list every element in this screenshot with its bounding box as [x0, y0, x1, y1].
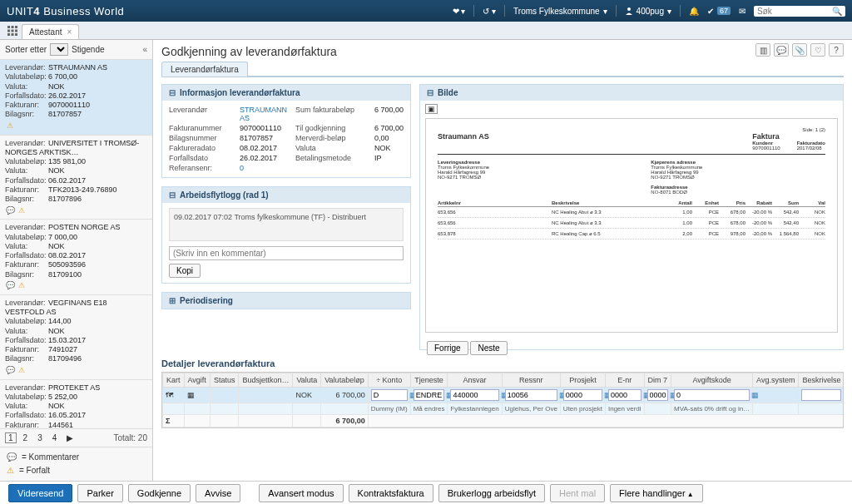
image-next-button[interactable]: Neste — [470, 341, 507, 355]
warning-icon: ⚠ — [17, 366, 27, 376]
subtab-leverandorfaktura[interactable]: Leverandørfaktura — [161, 62, 248, 77]
godkjenne-button[interactable]: Godkjenne — [128, 484, 191, 502]
details-table: KartAvgiftStatusBudsjettkon…ValutaValuta… — [161, 372, 844, 428]
user-menu[interactable]: 400pug ▾ — [625, 7, 671, 16]
org-name: Troms Fylkeskommune — [513, 7, 600, 16]
mail-icon[interactable]: ✉ — [739, 7, 746, 16]
search-input[interactable] — [757, 7, 832, 16]
pager: 1 2 3 4 ▶ Totalt: 20 — [0, 428, 152, 447]
legend-overdue: = Forfalt — [19, 464, 50, 477]
image-prev-button[interactable]: Forrige — [427, 341, 468, 355]
enr-input[interactable] — [608, 389, 641, 401]
sort-order[interactable]: Stigende — [72, 45, 104, 54]
videresend-button[interactable]: Videresend — [8, 484, 72, 502]
invoice-image: Side: 1 (2) Straumann AS Faktura Kundenr… — [425, 118, 838, 333]
collapse-panel-icon[interactable]: « — [142, 45, 147, 54]
flere-handlinger-button[interactable]: Flere handlinger — [610, 484, 703, 502]
tab-attestant[interactable]: Attestant × — [22, 24, 79, 39]
sort-label: Sorter etter — [5, 45, 47, 54]
invoice-list-item[interactable]: Leverandør:VEGFINANS E18 VESTFOLD ASValu… — [0, 295, 152, 380]
page-1[interactable]: 1 — [5, 432, 17, 443]
expand-icon[interactable]: ⊞ — [169, 296, 176, 305]
app-menu-button[interactable] — [3, 22, 22, 39]
tab-close-icon[interactable]: × — [67, 27, 72, 37]
sort-select[interactable] — [50, 43, 68, 56]
page-3[interactable]: 3 — [34, 432, 46, 443]
details-col-header[interactable]: Avgift — [184, 373, 210, 388]
global-search[interactable]: 🔍 — [754, 6, 845, 17]
map-icon[interactable]: 🗺 — [166, 391, 173, 399]
avansert-button[interactable]: Avansert modus — [259, 484, 343, 502]
table-row[interactable]: 🗺 ▦ NOK 6 700,00 ▦ ▦ ▦ ▦ ▦ ▦ ▦ ▦ — [163, 388, 845, 403]
details-col-header[interactable]: Valuta — [293, 373, 321, 388]
details-col-header[interactable]: Prosjekt — [560, 373, 605, 388]
brand-prefix: UNIT — [7, 5, 33, 17]
collapse-icon[interactable]: ⊟ — [169, 88, 176, 97]
details-col-header[interactable]: Tjeneste — [410, 373, 448, 388]
avvise-button[interactable]: Avvise — [196, 484, 240, 502]
warning-icon: ⚠ — [17, 205, 27, 215]
invoice-list-item[interactable]: Leverandør:UNIVERSITET I TROMSØ-NORGES A… — [0, 136, 152, 220]
details-col-header[interactable]: Valutabeløp — [321, 373, 368, 388]
page-title: Godkjenning av leverandørfaktura — [161, 45, 844, 58]
workflow-comment-input[interactable] — [169, 246, 404, 260]
tax-icon[interactable]: ▦ — [187, 391, 195, 399]
collapse-icon[interactable]: ⊟ — [169, 190, 176, 200]
details-col-header[interactable]: Kart — [163, 373, 185, 388]
search-icon[interactable]: 🔍 — [832, 7, 842, 16]
copy-button[interactable]: Kopi — [169, 264, 201, 278]
details-col-header[interactable]: Beskrivelse — [799, 373, 844, 388]
details-section: Detaljer leverandørfaktura KartAvgiftSta… — [161, 358, 844, 428]
ansvar-input[interactable] — [450, 389, 498, 401]
tjeneste-input[interactable] — [414, 389, 445, 401]
brand-num: 4 — [33, 5, 40, 17]
brukerlogg-button[interactable]: Brukerlogg arbeidsflyt — [438, 484, 545, 502]
page-4[interactable]: 4 — [49, 432, 61, 443]
columns-icon[interactable]: ▥ — [755, 43, 770, 57]
org-selector[interactable]: Troms Fylkeskommune ▾ — [513, 7, 607, 16]
konto-input[interactable] — [371, 389, 408, 401]
details-col-header[interactable]: ÷ Konto — [368, 373, 410, 388]
invoice-doc-title: Faktura — [752, 132, 825, 141]
collapse-icon[interactable]: ⊟ — [427, 88, 433, 97]
dim7-input[interactable] — [647, 389, 669, 401]
details-col-header[interactable]: E-nr — [606, 373, 645, 388]
page-next[interactable]: ▶ — [63, 432, 77, 443]
attachment-icon[interactable]: 📎 — [792, 43, 807, 57]
details-col-header[interactable]: Dim 7 — [644, 373, 671, 388]
ressnr-input[interactable] — [505, 389, 557, 401]
prosjekt-input[interactable] — [563, 389, 602, 401]
favorites-menu[interactable]: ❤ ▾ — [453, 7, 466, 16]
invoice-list-item[interactable]: Leverandør:STRAUMANN ASValutabeløp:6 700… — [0, 60, 152, 136]
avgift-input[interactable] — [674, 389, 750, 401]
details-col-header[interactable]: Ressnr — [502, 373, 560, 388]
favorite-icon[interactable]: ♡ — [810, 43, 825, 57]
popout-icon[interactable]: ▣ — [425, 104, 438, 114]
help-icon[interactable]: ? — [829, 43, 844, 57]
alerts-icon[interactable]: 🔔 — [689, 7, 699, 16]
parker-button[interactable]: Parker — [77, 484, 122, 502]
top-bar: UNIT4 Business World ❤ ▾ ↺ ▾ Troms Fylke… — [0, 0, 852, 22]
table-row-desc: Dummy (IM)Må endresFylkestannlegenUglehu… — [163, 403, 845, 415]
comment-icon: 💬 — [7, 451, 17, 464]
invoice-list-item[interactable]: Leverandør:POSTEN NORGE ASValutabeløp:7 … — [0, 220, 152, 295]
details-col-header[interactable]: Budsjettkon… — [239, 373, 293, 388]
content-area: ▥ 💬 📎 ♡ ? Godkjenning av leverandørfaktu… — [153, 40, 852, 481]
details-col-header[interactable]: Avg.system — [753, 373, 799, 388]
kontrakt-button[interactable]: Kontraktsfaktura — [349, 484, 433, 502]
svg-rect-4 — [7, 30, 10, 32]
history-menu[interactable]: ↺ ▾ — [483, 7, 496, 16]
details-col-header[interactable]: Avgiftskode — [671, 373, 753, 388]
chat-icon[interactable]: 💬 — [774, 43, 789, 57]
lookup-icon[interactable]: ▦ — [751, 391, 759, 399]
beskrivelse-input[interactable] — [801, 389, 841, 401]
details-col-header[interactable]: Status — [210, 373, 239, 388]
page-2[interactable]: 2 — [20, 432, 32, 443]
invoice-list-item[interactable]: Leverandør:PROTEKET ASValutabeløp:5 252,… — [0, 380, 152, 429]
info-grid: LeverandørSTRAUMANN ASSum fakturabeløp6 … — [169, 106, 404, 172]
user-name: 400pug — [637, 7, 664, 16]
tasks-icon[interactable]: ✔ 67 — [707, 7, 731, 16]
info-title: Informasjon leverandørfaktura — [180, 88, 300, 97]
warning-icon: ⚠ — [7, 464, 14, 477]
details-col-header[interactable]: Ansvar — [448, 373, 502, 388]
